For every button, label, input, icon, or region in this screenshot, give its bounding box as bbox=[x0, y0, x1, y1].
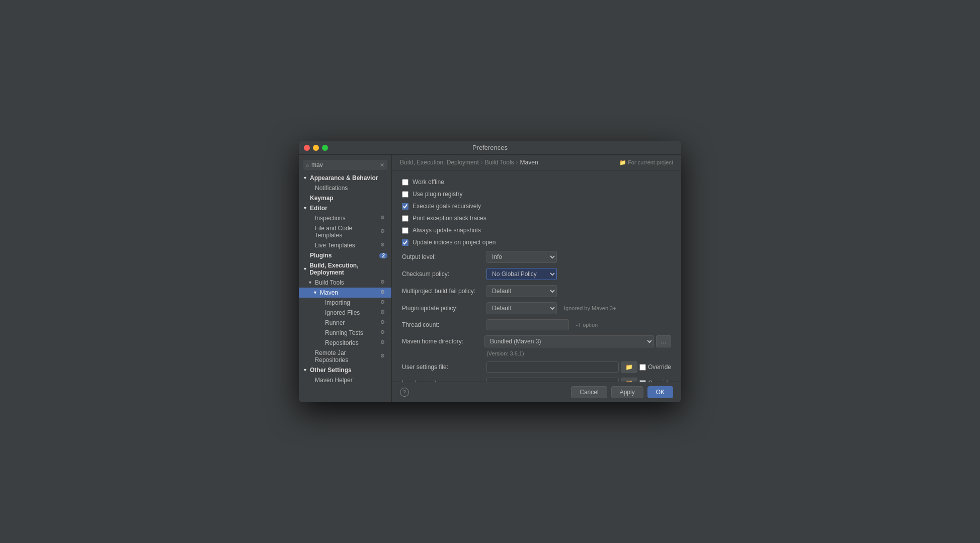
main-content: ⌕ mav ✕ ▼ Appearance & Behavior Notifica… bbox=[299, 155, 681, 402]
thread-count-input[interactable] bbox=[486, 319, 569, 330]
minimize-button[interactable] bbox=[313, 145, 319, 151]
sidebar-item-editor[interactable]: ▼ Editor bbox=[299, 203, 391, 213]
maven-home-label: Maven home directory: bbox=[402, 338, 482, 345]
local-repository-input-wrap: 📁 Override bbox=[486, 378, 671, 382]
breadcrumb-part1: Build, Execution, Deployment bbox=[400, 159, 479, 166]
settings-icon: ⚙ bbox=[380, 215, 387, 222]
breadcrumb-sep2: › bbox=[516, 159, 518, 166]
help-button[interactable]: ? bbox=[400, 388, 409, 397]
plugin-update-row: Plugin update policy: Default Always Nev… bbox=[402, 302, 671, 314]
clear-search-icon[interactable]: ✕ bbox=[380, 162, 384, 168]
user-settings-input-wrap: 📁 Override bbox=[486, 361, 671, 373]
window-title: Preferences bbox=[472, 144, 508, 151]
use-plugin-registry-label[interactable]: Use plugin registry bbox=[413, 191, 462, 198]
close-button[interactable] bbox=[304, 145, 310, 151]
execute-goals-label[interactable]: Execute goals recursively bbox=[413, 203, 481, 210]
local-repository-row: Local repository: 📁 Override bbox=[402, 378, 671, 382]
maximize-button[interactable] bbox=[322, 145, 328, 151]
sidebar-item-file-code-templates[interactable]: File and Code Templates ⚙ bbox=[299, 223, 391, 240]
ok-button[interactable]: OK bbox=[647, 386, 673, 398]
thread-count-hint: -T option bbox=[576, 322, 598, 328]
work-offline-label[interactable]: Work offline bbox=[413, 178, 444, 186]
settings-icon: ⚙ bbox=[380, 289, 387, 296]
settings-icon: ⚙ bbox=[380, 339, 387, 346]
user-settings-override-checkbox[interactable] bbox=[639, 364, 646, 371]
sidebar-item-build-execution[interactable]: ▼ Build, Execution, Deployment bbox=[299, 260, 391, 278]
apply-button[interactable]: Apply bbox=[611, 386, 643, 398]
sidebar-item-maven-helper[interactable]: Maven Helper bbox=[299, 375, 391, 385]
user-settings-row: User settings file: 📁 Override bbox=[402, 361, 671, 373]
always-update-label[interactable]: Always update snapshots bbox=[413, 227, 481, 234]
arrow-icon: ▼ bbox=[303, 368, 308, 373]
output-level-row: Output level: Info Debug Quiet bbox=[402, 251, 671, 263]
sidebar-item-plugins[interactable]: Plugins 2 bbox=[299, 250, 391, 260]
user-settings-input[interactable] bbox=[486, 361, 619, 373]
for-project-label: 📁 For current project bbox=[619, 159, 673, 166]
settings-icon: ⚙ bbox=[380, 228, 387, 235]
sidebar-item-appearance[interactable]: ▼ Appearance & Behavior bbox=[299, 173, 391, 183]
sidebar-item-other-settings[interactable]: ▼ Other Settings bbox=[299, 365, 391, 375]
sidebar-item-runner[interactable]: Runner ⚙ bbox=[299, 318, 391, 328]
sidebar: ⌕ mav ✕ ▼ Appearance & Behavior Notifica… bbox=[299, 155, 392, 402]
execute-goals-checkbox[interactable] bbox=[402, 203, 409, 210]
thread-count-row: Thread count: -T option bbox=[402, 319, 671, 330]
user-settings-browse-button[interactable]: 📁 bbox=[621, 361, 637, 373]
sidebar-item-repositories[interactable]: Repositories ⚙ bbox=[299, 338, 391, 348]
settings-icon: ⚙ bbox=[380, 279, 387, 286]
sidebar-item-remote-jar[interactable]: Remote Jar Repositories ⚙ bbox=[299, 348, 391, 365]
sidebar-item-running-tests[interactable]: Running Tests ⚙ bbox=[299, 328, 391, 338]
update-indices-label[interactable]: Update indices on project open bbox=[413, 239, 496, 246]
project-icon: 📁 bbox=[619, 159, 626, 166]
use-plugin-registry-checkbox[interactable] bbox=[402, 191, 409, 198]
local-repository-browse-button[interactable]: 📁 bbox=[621, 378, 637, 382]
preferences-window: Preferences ⌕ mav ✕ ▼ Appearance & Behav… bbox=[299, 141, 681, 402]
execute-goals-row: Execute goals recursively bbox=[402, 203, 671, 210]
plugins-badge: 2 bbox=[379, 253, 387, 258]
sidebar-item-inspections[interactable]: Inspections ⚙ bbox=[299, 213, 391, 223]
local-repository-input[interactable] bbox=[486, 378, 619, 382]
work-offline-row: Work offline bbox=[402, 178, 671, 186]
sidebar-item-keymap[interactable]: Keymap bbox=[299, 193, 391, 203]
arrow-icon: ▼ bbox=[303, 266, 307, 272]
output-level-select[interactable]: Info Debug Quiet bbox=[486, 251, 557, 263]
checksum-policy-select[interactable]: No Global Policy Strict Warn Fail Ignore bbox=[486, 268, 557, 280]
plugin-update-hint: Ignored by Maven 3+ bbox=[564, 305, 616, 311]
user-settings-override-wrap: Override bbox=[639, 364, 671, 371]
cancel-button[interactable]: Cancel bbox=[571, 386, 607, 398]
search-icon: ⌕ bbox=[306, 162, 309, 168]
breadcrumb: Build, Execution, Deployment › Build Too… bbox=[392, 155, 681, 170]
settings-icon: ⚙ bbox=[380, 309, 387, 316]
print-exception-label[interactable]: Print exception stack traces bbox=[413, 215, 486, 222]
settings-icon: ⚙ bbox=[380, 299, 387, 306]
multiproject-build-select[interactable]: Default Fail at End Fail Fast Never bbox=[486, 285, 557, 297]
update-indices-row: Update indices on project open bbox=[402, 239, 671, 246]
multiproject-build-row: Multiproject build fail policy: Default … bbox=[402, 285, 671, 297]
multiproject-build-label: Multiproject build fail policy: bbox=[402, 288, 482, 295]
settings-content: Work offline Use plugin registry Execute… bbox=[392, 170, 681, 382]
always-update-checkbox[interactable] bbox=[402, 227, 409, 234]
sidebar-item-live-templates[interactable]: Live Templates ⚙ bbox=[299, 240, 391, 250]
maven-home-select[interactable]: Bundled (Maven 3) bbox=[484, 335, 654, 347]
checksum-policy-row: Checksum policy: No Global Policy Strict… bbox=[402, 268, 671, 280]
sidebar-item-importing[interactable]: Importing ⚙ bbox=[299, 298, 391, 308]
output-level-label: Output level: bbox=[402, 253, 482, 260]
plugin-update-select[interactable]: Default Always Never Daily bbox=[486, 302, 557, 314]
search-box[interactable]: ⌕ mav ✕ bbox=[303, 160, 387, 170]
sidebar-item-notifications[interactable]: Notifications bbox=[299, 183, 391, 193]
search-input[interactable]: mav bbox=[311, 161, 378, 168]
user-settings-label: User settings file: bbox=[402, 364, 482, 371]
maven-version: (Version: 3.6.1) bbox=[486, 350, 671, 356]
always-update-row: Always update snapshots bbox=[402, 227, 671, 234]
sidebar-item-build-tools[interactable]: ▼ Build Tools ⚙ bbox=[299, 278, 391, 288]
sidebar-item-maven[interactable]: ▼ Maven ⚙ bbox=[299, 288, 391, 298]
print-exception-checkbox[interactable] bbox=[402, 215, 409, 222]
sidebar-item-ignored-files[interactable]: Ignored Files ⚙ bbox=[299, 308, 391, 318]
arrow-icon: ▼ bbox=[308, 280, 313, 285]
plugin-update-label: Plugin update policy: bbox=[402, 305, 482, 312]
settings-icon: ⚙ bbox=[380, 242, 387, 249]
work-offline-checkbox[interactable] bbox=[402, 179, 409, 186]
maven-home-browse-button[interactable]: … bbox=[656, 335, 671, 347]
user-settings-override-label[interactable]: Override bbox=[648, 364, 671, 371]
footer: ? Cancel Apply OK bbox=[392, 382, 681, 402]
update-indices-checkbox[interactable] bbox=[402, 239, 409, 246]
